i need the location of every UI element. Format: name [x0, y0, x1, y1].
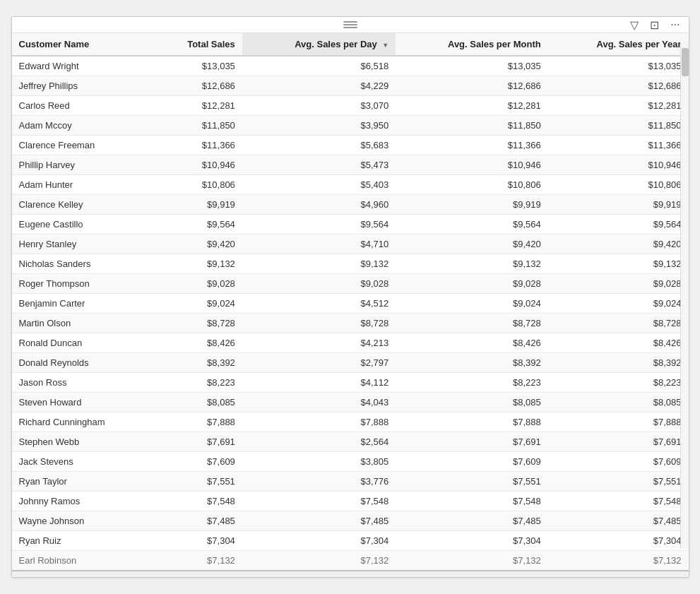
cell-avg_per_month: $7,888: [396, 412, 547, 432]
cell-avg_per_year: $13,035: [548, 56, 689, 76]
cell-avg_per_day: $7,485: [242, 511, 396, 531]
cell-avg_per_month: $9,420: [396, 234, 547, 254]
cell-avg_per_day: $7,548: [242, 492, 396, 511]
table-row: Ryan Ruiz$7,304$7,304$7,304$7,304: [12, 531, 689, 551]
cell-avg_per_day: $4,512: [242, 294, 396, 314]
cell-avg_per_day: $5,473: [242, 155, 396, 175]
cell-customer_name: Ryan Ruiz: [12, 531, 155, 551]
cell-customer_name: Roger Thompson: [12, 274, 155, 294]
cell-avg_per_year: $7,485: [548, 511, 689, 531]
cell-avg_per_year: $7,691: [548, 432, 689, 452]
table-row: Adam Hunter$10,806$5,403$10,806$10,806: [12, 175, 689, 195]
cell-total_sales: $7,485: [154, 511, 242, 531]
col-header-customer-name[interactable]: Customer Name: [12, 33, 155, 56]
cell-customer_name: Stephen Webb: [12, 432, 155, 452]
cell-total_sales: $8,426: [154, 333, 242, 353]
cell-avg_per_day: $2,564: [242, 432, 396, 452]
cell-avg_per_month: $11,850: [396, 116, 547, 136]
cell-avg_per_day: $3,950: [242, 116, 396, 136]
cell-customer_name: Carlos Reed: [12, 96, 155, 116]
cell-avg_per_year: $8,426: [548, 333, 689, 353]
cell-avg_per_month: $7,304: [396, 531, 547, 551]
cell-customer_name: Clarence Freeman: [12, 136, 155, 155]
drag-handle[interactable]: [343, 21, 357, 28]
cell-avg_per_year: $12,281: [548, 96, 689, 116]
cell-avg_per_month: $9,919: [396, 195, 547, 215]
cell-avg_per_year: $7,132: [548, 551, 689, 571]
cell-avg_per_month: $9,564: [396, 215, 547, 234]
scrollbar[interactable]: [680, 42, 689, 549]
cell-customer_name: Adam Hunter: [12, 175, 155, 195]
cell-avg_per_month: $7,691: [396, 432, 547, 452]
table-row: Edward Wright$13,035$6,518$13,035$13,035: [12, 56, 689, 76]
cell-total_sales: $7,132: [154, 551, 242, 571]
table-header-row: Customer Name Total Sales Avg. Sales per…: [12, 33, 689, 56]
table-row: Wayne Johnson$7,485$7,485$7,485$7,485: [12, 511, 689, 531]
cell-avg_per_day: $5,403: [242, 175, 396, 195]
table-row: Nicholas Sanders$9,132$9,132$9,132$9,132: [12, 254, 689, 274]
sales-table: Customer Name Total Sales Avg. Sales per…: [12, 33, 689, 577]
layout-icon[interactable]: ⊡: [647, 17, 662, 33]
cell-total_sales: $9,028: [154, 274, 242, 294]
cell-customer_name: Jason Ross: [12, 373, 155, 393]
cell-avg_per_month: $12,686: [396, 76, 547, 96]
cell-total_sales: $7,691: [154, 432, 242, 452]
cell-avg_per_day: $7,132: [242, 551, 396, 571]
cell-customer_name: Nicholas Sanders: [12, 254, 155, 274]
cell-total_sales: $10,806: [154, 175, 242, 195]
col-header-avg-per-month[interactable]: Avg. Sales per Month: [396, 33, 547, 56]
table-footer-row: Total $927,467 $29,918 $927,467 $927,467: [12, 571, 689, 577]
cell-avg_per_year: $9,564: [548, 215, 689, 234]
table-row: Steven Howard$8,085$4,043$8,085$8,085: [12, 393, 689, 412]
sort-indicator: ▼: [382, 42, 388, 49]
cell-avg_per_month: $9,024: [396, 294, 547, 314]
table-row: Phillip Harvey$10,946$5,473$10,946$10,94…: [12, 155, 689, 175]
cell-avg_per_year: $8,392: [548, 353, 689, 373]
cell-avg_per_year: $10,806: [548, 175, 689, 195]
cell-avg_per_month: $9,028: [396, 274, 547, 294]
cell-customer_name: Henry Stanley: [12, 234, 155, 254]
col-header-avg-per-year[interactable]: Avg. Sales per Year ∧: [548, 33, 689, 56]
cell-avg_per_month: $8,085: [396, 393, 547, 412]
cell-avg_per_year: $7,888: [548, 412, 689, 432]
table-row: Martin Olson$8,728$8,728$8,728$8,728: [12, 314, 689, 333]
cell-avg_per_day: $4,229: [242, 76, 396, 96]
cell-avg_per_year: $8,085: [548, 393, 689, 412]
cell-customer_name: Edward Wright: [12, 56, 155, 76]
cell-avg_per_year: $9,132: [548, 254, 689, 274]
cell-avg_per_month: $10,806: [396, 175, 547, 195]
table-row: Donald Reynolds$8,392$2,797$8,392$8,392: [12, 353, 689, 373]
col-header-total-sales[interactable]: Total Sales: [154, 33, 242, 56]
cell-avg_per_year: $9,420: [548, 234, 689, 254]
cell-customer_name: Johnny Ramos: [12, 492, 155, 511]
cell-total_sales: $8,085: [154, 393, 242, 412]
top-bar: ▽ ⊡ ···: [12, 17, 689, 33]
cell-avg_per_day: $4,710: [242, 234, 396, 254]
cell-avg_per_day: $4,960: [242, 195, 396, 215]
cell-customer_name: Adam Mccoy: [12, 116, 155, 136]
footer-total-sales: $927,467: [154, 571, 242, 577]
table-row: Adam Mccoy$11,850$3,950$11,850$11,850: [12, 116, 689, 136]
scrollbar-thumb[interactable]: [682, 48, 689, 76]
filter-icon[interactable]: ▽: [627, 17, 641, 33]
cell-total_sales: $12,686: [154, 76, 242, 96]
cell-avg_per_day: $7,304: [242, 531, 396, 551]
cell-avg_per_year: $9,028: [548, 274, 689, 294]
table-row: Ronald Duncan$8,426$4,213$8,426$8,426: [12, 333, 689, 353]
more-icon[interactable]: ···: [668, 17, 682, 32]
cell-total_sales: $7,548: [154, 492, 242, 511]
cell-customer_name: Ronald Duncan: [12, 333, 155, 353]
cell-avg_per_year: $10,946: [548, 155, 689, 175]
cell-avg_per_day: $9,564: [242, 215, 396, 234]
table-widget: ▽ ⊡ ··· Customer Name Total Sales Avg. S…: [11, 16, 689, 578]
table-row: Richard Cunningham$7,888$7,888$7,888$7,8…: [12, 412, 689, 432]
cell-customer_name: Steven Howard: [12, 393, 155, 412]
cell-total_sales: $7,304: [154, 531, 242, 551]
cell-total_sales: $8,392: [154, 353, 242, 373]
cell-avg_per_month: $8,728: [396, 314, 547, 333]
cell-avg_per_year: $7,548: [548, 492, 689, 511]
footer-avg-per-month: $927,467: [396, 571, 547, 577]
col-header-avg-per-day[interactable]: Avg. Sales per Day ▼: [242, 33, 396, 56]
cell-avg_per_day: $9,028: [242, 274, 396, 294]
toolbar-icons: ▽ ⊡ ···: [627, 17, 682, 33]
